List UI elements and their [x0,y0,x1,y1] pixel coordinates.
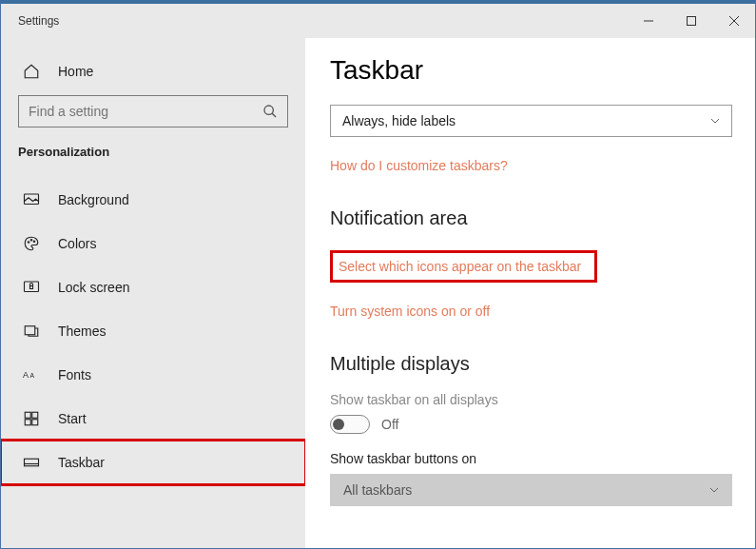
nav-item-label: Themes [58,324,107,339]
category-label: Personalization [1,145,305,159]
multiple-displays-title: Multiple displays [330,353,732,375]
nav-item-background[interactable]: Background [1,178,305,222]
svg-text:A: A [23,370,29,380]
show-taskbar-all-label: Show taskbar on all displays [330,392,732,407]
svg-rect-18 [32,420,38,425]
window-title: Settings [1,14,627,28]
notification-area-title: Notification area [330,207,732,229]
svg-point-7 [28,242,29,244]
settings-window: Settings Home [0,0,756,549]
nav-item-label: Lock screen [58,280,129,295]
svg-point-8 [30,240,32,242]
themes-icon [22,322,41,341]
nav-item-label: Start [58,411,87,426]
nav-item-label: Background [58,192,129,207]
svg-line-5 [272,113,276,117]
titlebar: Settings [1,4,755,38]
svg-rect-19 [25,459,39,466]
colors-icon [22,234,41,253]
search-input[interactable] [29,104,262,119]
svg-rect-11 [30,286,33,289]
close-button[interactable] [712,4,755,38]
select-icons-highlight: Select which icons appear on the taskbar [330,250,597,283]
svg-rect-12 [25,326,35,335]
nav-home[interactable]: Home [1,49,305,93]
fonts-icon: AA [22,365,41,384]
svg-text:A: A [30,372,35,379]
page-title: Taskbar [330,55,732,86]
main-content: Taskbar Always, hide labels How do I cus… [305,38,755,548]
customize-taskbars-link[interactable]: How do I customize taskbars? [330,158,732,173]
dropdown-value: Always, hide labels [342,113,456,128]
window-controls [627,4,755,38]
maximize-button[interactable] [669,4,712,38]
svg-rect-15 [25,412,30,418]
svg-rect-17 [25,420,30,425]
nav-item-colors[interactable]: Colors [1,222,305,265]
nav-item-fonts[interactable]: AA Fonts [1,353,305,397]
select-icons-link[interactable]: Select which icons appear on the taskbar [339,259,581,274]
nav-item-label: Colors [58,236,96,251]
sidebar: Home Personalization Background Colo [1,38,305,548]
home-icon [22,62,41,81]
nav-item-start[interactable]: Start [1,397,305,441]
chevron-down-icon [709,485,719,495]
svg-rect-1 [687,17,695,26]
system-icons-link[interactable]: Turn system icons on or off [330,304,732,319]
lock-screen-icon [22,278,41,297]
search-box[interactable] [18,95,288,127]
combine-buttons-dropdown[interactable]: Always, hide labels [330,105,732,137]
nav-item-label: Taskbar [58,455,105,470]
nav-item-themes[interactable]: Themes [1,309,305,353]
svg-point-9 [33,241,35,243]
nav-item-lock-screen[interactable]: Lock screen [1,265,305,309]
chevron-down-icon [710,116,720,126]
nav-home-label: Home [58,64,93,79]
toggle-state-label: Off [381,417,398,432]
show-buttons-label: Show taskbar buttons on [330,451,732,466]
minimize-button[interactable] [627,4,669,38]
search-icon [262,104,278,119]
body-area: Home Personalization Background Colo [1,38,755,548]
nav-item-label: Fonts [58,367,91,382]
svg-rect-16 [32,412,38,418]
svg-point-4 [264,106,273,114]
background-icon [22,190,41,209]
start-icon [22,409,41,428]
show-taskbar-toggle[interactable] [330,415,370,434]
show-buttons-dropdown[interactable]: All taskbars [330,474,732,506]
nav-item-taskbar[interactable]: Taskbar [1,441,305,484]
toggle-knob [333,419,344,430]
show-taskbar-toggle-row: Off [330,415,732,434]
dropdown-value: All taskbars [343,482,412,498]
taskbar-icon [22,453,41,472]
